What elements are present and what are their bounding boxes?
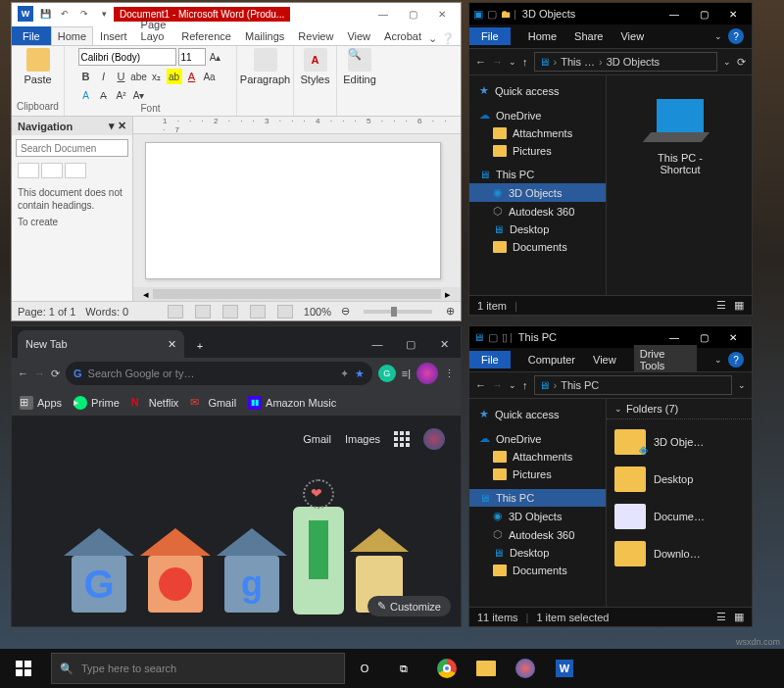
view-details-icon[interactable]: ☰ xyxy=(716,299,726,312)
nav-view-pages[interactable] xyxy=(41,163,63,178)
nav-close-icon[interactable]: ✕ xyxy=(118,120,126,131)
menu-drivetools[interactable]: Drive Tools xyxy=(634,345,697,374)
view-read-icon[interactable] xyxy=(195,305,211,319)
close-button[interactable]: ✕ xyxy=(718,4,748,24)
tree-attachments[interactable]: Attachments xyxy=(469,448,606,466)
document-page[interactable] xyxy=(145,142,441,279)
mic-icon[interactable]: ✦ xyxy=(340,368,349,380)
status-words[interactable]: Words: 0 xyxy=(85,306,128,318)
shortcut-thispc[interactable]: This PC - Shortcut xyxy=(636,91,724,183)
styles-button[interactable]: AStyles xyxy=(294,48,337,85)
qat-icon[interactable]: ▢ xyxy=(487,8,497,21)
h-scrollbar[interactable]: ◂▸ xyxy=(133,287,461,301)
menu-file[interactable]: File xyxy=(469,351,511,369)
tab-home[interactable]: Home xyxy=(51,26,93,45)
history-icon[interactable]: ⌄ xyxy=(509,57,516,67)
tree-autodesk[interactable]: ⬡Autodesk 360 xyxy=(469,525,606,544)
nav-view-headings[interactable] xyxy=(18,163,39,178)
menu-home[interactable]: Home xyxy=(528,30,557,42)
tab-file[interactable]: File xyxy=(12,26,51,45)
menu-share[interactable]: Share xyxy=(574,30,603,42)
back-icon[interactable]: ← xyxy=(475,379,486,391)
maximize-button[interactable]: ▢ xyxy=(394,330,427,358)
help-icon[interactable]: ? xyxy=(728,28,744,44)
new-tab-button[interactable]: + xyxy=(188,334,212,358)
bm-apps[interactable]: ⊞Apps xyxy=(20,396,62,410)
close-button[interactable]: ✕ xyxy=(427,4,457,24)
account-avatar[interactable] xyxy=(423,428,445,450)
shrink-icon[interactable]: A▾ xyxy=(131,87,147,103)
status-page[interactable]: Page: 1 of 1 xyxy=(18,306,75,318)
crumb-thispc[interactable]: This PC xyxy=(561,379,599,391)
italic-icon[interactable]: I xyxy=(96,69,112,84)
address-bar[interactable]: 🖥 › This … › 3D Objects xyxy=(534,52,718,72)
item-desktop[interactable]: Desktop xyxy=(611,461,748,498)
taskbar-explorer[interactable] xyxy=(466,649,506,688)
maximize-button[interactable]: ▢ xyxy=(689,4,718,24)
up-icon[interactable]: ↑ xyxy=(522,379,528,391)
collapse-icon[interactable]: ⌄ xyxy=(614,404,622,414)
zoom-out-icon[interactable]: ⊖ xyxy=(341,305,350,318)
taskbar-word[interactable]: W xyxy=(545,649,584,688)
history-icon[interactable]: ⌄ xyxy=(509,380,516,390)
forward-icon[interactable]: → xyxy=(492,379,503,391)
paragraph-button[interactable]: Paragraph xyxy=(244,48,287,85)
effects-icon[interactable]: A xyxy=(78,87,94,103)
profile-avatar[interactable] xyxy=(416,363,438,384)
redo-icon[interactable]: ↷ xyxy=(76,6,92,22)
bm-prime[interactable]: ▸Prime xyxy=(74,396,120,410)
menu-computer[interactable]: Computer xyxy=(528,354,575,366)
item-3d[interactable]: ◈3D Obje… xyxy=(611,423,748,461)
clear-fmt-icon[interactable]: A̶ xyxy=(96,87,112,103)
minimize-button[interactable]: — xyxy=(660,327,689,347)
addr-drop-icon[interactable]: ⌄ xyxy=(738,380,746,390)
back-icon[interactable]: ← xyxy=(475,56,486,68)
tree-3d[interactable]: ◉3D Objects xyxy=(469,183,606,202)
maximize-button[interactable]: ▢ xyxy=(398,4,427,24)
reading-list-icon[interactable]: ≡| xyxy=(402,368,411,379)
font-select[interactable] xyxy=(78,48,176,66)
menu-icon[interactable]: ⋮ xyxy=(444,368,455,380)
item-downloads[interactable]: Downlo… xyxy=(611,535,748,572)
bm-gmail[interactable]: ✉Gmail xyxy=(190,396,236,410)
ribbon-expand-icon[interactable]: ⌄ xyxy=(714,355,722,365)
view-large-icon[interactable]: ▦ xyxy=(734,611,744,623)
strike-icon[interactable]: abe xyxy=(131,69,147,84)
tab-acrobat[interactable]: Acrobat xyxy=(377,26,428,45)
star-icon[interactable]: ★ xyxy=(355,368,365,380)
customize-button[interactable]: ✎Customize xyxy=(368,596,451,616)
menu-view[interactable]: View xyxy=(620,30,644,42)
tab-references[interactable]: Reference xyxy=(174,26,238,45)
save-icon[interactable]: 💾 xyxy=(37,6,53,22)
tree-documents[interactable]: Documents xyxy=(469,562,606,579)
address-bar[interactable]: 🖥 › This PC xyxy=(534,375,733,395)
tree-thispc[interactable]: 🖥This PC xyxy=(469,166,606,183)
view-large-icon[interactable]: ▦ xyxy=(734,299,744,312)
editing-button[interactable]: 🔍Editing xyxy=(338,48,381,85)
tree-thispc[interactable]: 🖥This PC xyxy=(469,489,606,507)
tab-close-icon[interactable]: ✕ xyxy=(168,338,176,351)
qat-icon[interactable]: ▢ xyxy=(488,331,498,344)
fontsize-select[interactable] xyxy=(178,48,206,66)
crumb-thispc[interactable]: This … xyxy=(561,56,595,68)
help-icon[interactable]: ? xyxy=(728,352,744,368)
tab-mailings[interactable]: Mailings xyxy=(238,26,291,45)
ruler[interactable]: 1 · · · 2 · · · 3 · · · 4 · · · 5 · · · … xyxy=(133,117,461,134)
omnibox[interactable]: G Search Google or ty… ✦ ★ xyxy=(66,362,372,385)
up-icon[interactable]: ↑ xyxy=(522,56,528,68)
apps-grid-icon[interactable] xyxy=(394,431,410,447)
tab-layout[interactable]: Page Layo xyxy=(134,15,175,45)
nav-dropdown-icon[interactable]: ▾ xyxy=(109,120,115,131)
view-web-icon[interactable] xyxy=(222,305,238,319)
zoom-in-icon[interactable]: ⊕ xyxy=(446,305,455,318)
refresh-icon[interactable]: ⟳ xyxy=(737,56,746,69)
sub-icon[interactable]: x₂ xyxy=(149,69,165,84)
nav-view-results[interactable] xyxy=(65,163,86,178)
cortana-button[interactable]: O xyxy=(345,649,384,688)
explorer2-titlebar[interactable]: 🖥 ▢ ▯ | This PC —▢✕ xyxy=(469,326,752,348)
paste-button[interactable]: Paste xyxy=(17,48,60,85)
link-gmail[interactable]: Gmail xyxy=(303,433,331,445)
tree-quick[interactable]: ★Quick access xyxy=(469,405,606,423)
qat-icon2[interactable]: ▯ xyxy=(502,331,508,344)
bold-icon[interactable]: B xyxy=(78,69,94,84)
